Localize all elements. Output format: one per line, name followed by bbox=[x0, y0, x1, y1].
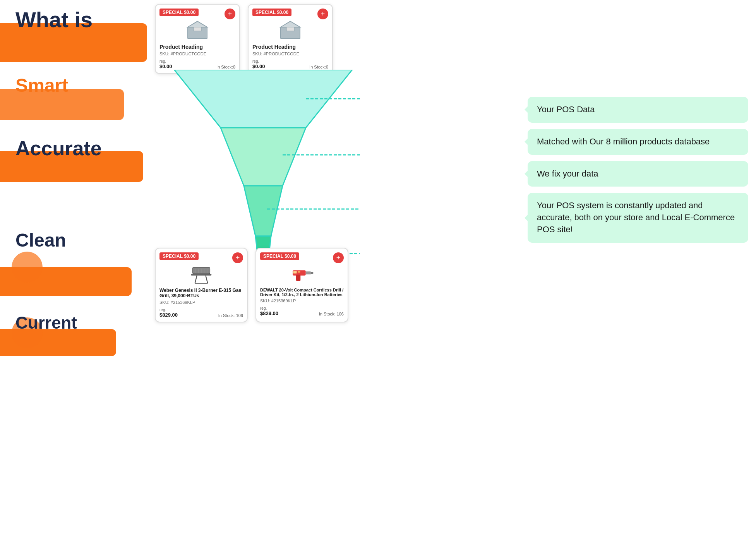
svg-rect-2 bbox=[194, 27, 201, 31]
card-sku-bottom-2: SKU: #215369KLP bbox=[260, 298, 344, 303]
special-badge-top-2: SPECIAL $0.00 bbox=[252, 9, 291, 16]
svg-line-19 bbox=[206, 276, 207, 283]
special-badge-bottom-1: SPECIAL $0.00 bbox=[159, 252, 199, 260]
price-label-top-2: reg. bbox=[252, 59, 265, 63]
left-section: What is Smart Accurate Clean Current bbox=[0, 0, 163, 540]
info-bubbles: Your POS Data Matched with Our 8 million… bbox=[528, 97, 748, 243]
svg-marker-1 bbox=[188, 21, 207, 27]
drill-icon bbox=[290, 263, 314, 285]
product-card-top-2: SPECIAL $0.00 + Product Heading SKU: #PR… bbox=[248, 4, 333, 74]
svg-line-18 bbox=[195, 276, 197, 283]
bubble-text-4: Your POS system is constantly updated an… bbox=[537, 201, 735, 234]
price-label-bottom-2: reg. bbox=[260, 306, 278, 310]
left-label-2: Smart bbox=[15, 75, 68, 96]
svg-rect-27 bbox=[296, 274, 300, 281]
info-bubble-2: Matched with Our 8 million products data… bbox=[528, 129, 748, 155]
bubble-text-2: Matched with Our 8 million products data… bbox=[537, 137, 710, 146]
svg-rect-28 bbox=[306, 271, 311, 274]
circle-icon-1 bbox=[12, 252, 43, 283]
add-button-bottom-2[interactable]: + bbox=[333, 252, 344, 263]
left-label-4: Clean bbox=[15, 230, 66, 251]
stock-top-2: In Stock:0 bbox=[309, 65, 328, 69]
grill-icon bbox=[190, 263, 213, 285]
svg-rect-29 bbox=[311, 272, 313, 274]
card-title-top-2: Product Heading bbox=[252, 44, 328, 50]
left-label-5: Current bbox=[15, 314, 77, 332]
cards-bottom: SPECIAL $0.00 + Weber Genesis II 3-Burne… bbox=[155, 248, 348, 322]
special-badge-top-1: SPECIAL $0.00 bbox=[159, 9, 199, 16]
price-top-2: $0.00 bbox=[252, 63, 265, 69]
info-bubble-4: Your POS system is constantly updated an… bbox=[528, 193, 748, 242]
special-badge-bottom-2: SPECIAL $0.00 bbox=[260, 252, 299, 260]
product-card-bottom-2: SPECIAL $0.00 + DEWALT 20-Volt Compact C… bbox=[255, 248, 348, 322]
card-footer-top-2: reg. $0.00 In Stock:0 bbox=[252, 59, 328, 69]
info-bubble-1: Your POS Data bbox=[528, 97, 748, 123]
price-top-1: $0.00 bbox=[159, 63, 172, 69]
left-label-1: What is bbox=[15, 8, 93, 32]
cards-top: SPECIAL $0.00 + Product Heading SKU: #PR… bbox=[155, 4, 333, 74]
svg-marker-4 bbox=[281, 21, 300, 27]
add-button-top-1[interactable]: + bbox=[225, 9, 235, 19]
add-button-bottom-1[interactable]: + bbox=[232, 252, 243, 263]
card-title-bottom-1: Weber Genesis II 3-Burner E-315 Gas Gril… bbox=[159, 288, 243, 298]
card-footer-top-1: reg. $0.00 In Stock:0 bbox=[159, 59, 235, 69]
bubble-text-3: We fix your data bbox=[537, 169, 598, 178]
product-card-top-1: SPECIAL $0.00 + Product Heading SKU: #PR… bbox=[155, 4, 240, 74]
card-sku-top-2: SKU: #PRODUCTCODE bbox=[252, 51, 328, 56]
svg-marker-8 bbox=[244, 186, 283, 236]
stock-bottom-2: In Stock: 106 bbox=[319, 312, 344, 316]
product-card-bottom-1: SPECIAL $0.00 + Weber Genesis II 3-Burne… bbox=[155, 248, 248, 322]
svg-rect-31 bbox=[293, 271, 297, 273]
price-bottom-1: $829.00 bbox=[159, 312, 178, 318]
price-label-bottom-1: reg. bbox=[159, 308, 178, 312]
card-title-top-1: Product Heading bbox=[159, 44, 235, 50]
price-bottom-2: $829.00 bbox=[260, 310, 278, 316]
svg-rect-17 bbox=[191, 274, 212, 276]
stock-bottom-1: In Stock: 106 bbox=[218, 313, 243, 318]
card-title-bottom-2: DEWALT 20-Volt Compact Cordless Drill / … bbox=[260, 288, 344, 297]
box-icon-top-1 bbox=[186, 19, 209, 41]
svg-rect-30 bbox=[298, 271, 300, 273]
svg-rect-5 bbox=[286, 27, 294, 31]
svg-marker-7 bbox=[221, 128, 306, 186]
stock-top-1: In Stock:0 bbox=[216, 65, 235, 69]
price-label-top-1: reg. bbox=[159, 59, 172, 63]
card-footer-bottom-2: reg. $829.00 In Stock: 106 bbox=[260, 306, 344, 316]
info-bubble-3: We fix your data bbox=[528, 161, 748, 187]
card-footer-bottom-1: reg. $829.00 In Stock: 106 bbox=[159, 308, 243, 318]
add-button-top-2[interactable]: + bbox=[317, 9, 328, 19]
bubble-text-1: Your POS Data bbox=[537, 105, 595, 114]
card-sku-top-1: SKU: #PRODUCTCODE bbox=[159, 51, 235, 56]
box-icon-top-2 bbox=[279, 19, 302, 41]
card-sku-bottom-1: SKU: #215369KLP bbox=[159, 300, 243, 305]
left-label-3: Accurate bbox=[15, 137, 102, 159]
